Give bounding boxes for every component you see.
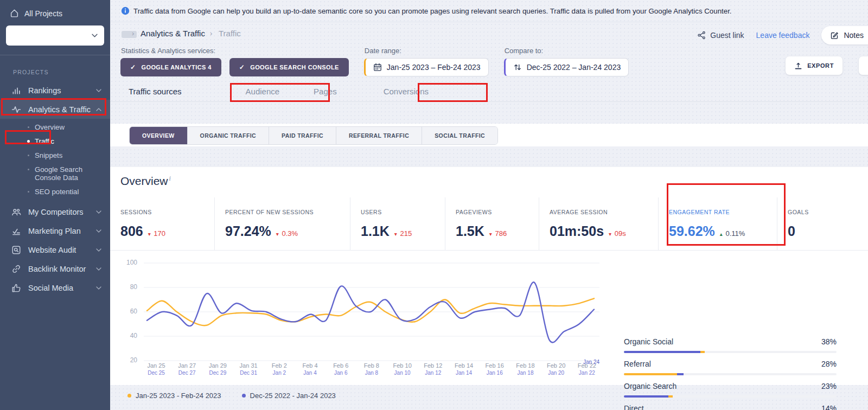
x-tick-current: Feb 10 [390,362,415,369]
tab-conversions[interactable]: Conversions [384,87,429,96]
metric-value: 59.62% [669,223,715,239]
x-tick-current: Feb 16 [482,362,507,369]
service-button-google-analytics-4[interactable]: ✓GOOGLE ANALYTICS 4 [120,58,221,76]
date-range-button[interactable]: Jan-25 2023 – Feb-24 2023 [364,58,489,76]
breadcrumb-parent[interactable]: Analytics & Traffic [141,29,205,38]
chevron-down-icon [96,210,101,214]
notes-button[interactable]: Notes [821,26,868,44]
legend-label: Jan-25 2023 - Feb-24 2023 [136,392,221,400]
x-tick-compare: Dec 29 [205,369,230,376]
compare-label: Compare to: [505,47,629,55]
share-icon [697,31,706,40]
metric-label: SESSIONS [120,209,214,215]
x-tick: Feb 20Jan 20 [544,362,569,376]
sidebar-item-social-media[interactable]: Social Media [0,278,110,297]
date-range-group: Date range: Jan-25 2023 – Feb-24 2023 [364,47,489,76]
metric-average-session: AVERAGE SESSION01m:50s▾ 09s [539,197,658,250]
tab-audience[interactable]: Audience [246,87,280,96]
subtab-social-traffic[interactable]: SOCIAL TRAFFIC [422,127,497,144]
metric-users: USERS1.1K▾ 215 [350,197,445,250]
service-label: GOOGLE SEARCH CONSOLE [250,64,339,71]
legend-dot-icon [127,394,131,398]
x-tick-compare: Dec 25 [144,369,169,376]
share-bar-segment [624,373,677,375]
sidebar-item-marketing-plan[interactable]: Marketing Plan [0,221,110,240]
x-axis-ticks: Jan 25Dec 25Jan 27Dec 27Jan 29Dec 29Jan … [144,362,599,376]
x-tick-current: Feb 8 [359,362,384,369]
x-tick-compare: Jan 18 [513,369,538,376]
all-projects-link[interactable]: All Projects [0,0,110,22]
toolbar-actions: Guest link Leave feedback Notes [697,26,868,44]
x-tick-compare: Jan 6 [328,369,353,376]
x-tick-compare: Jan 4 [298,369,323,376]
info-banner-text: Traffic data from Google can help you bu… [133,7,732,15]
guest-link-button[interactable]: Guest link [697,31,744,40]
service-button-google-search-console[interactable]: ✓GOOGLE SEARCH CONSOLE [229,58,349,76]
legend-dot-icon [242,394,246,398]
subtab-paid-traffic[interactable]: PAID TRAFFIC [269,127,336,144]
x-tick: Feb 18Jan 18 [513,362,538,376]
share-bar-segment [677,373,684,375]
export-button[interactable]: EXPORT [786,56,843,75]
overview-card: Overviewi SESSIONS806▾ 170PERCENT OF NEW… [110,167,868,385]
x-tick-current: Feb 6 [328,362,353,369]
traffic-subtabs: OVERVIEWORGANIC TRAFFICPAID TRAFFICREFER… [129,126,498,145]
subtab-overview[interactable]: OVERVIEW [130,127,187,144]
x-tick-compare: Jan 8 [359,369,384,376]
sidebar-item-website-audit[interactable]: Website Audit [0,240,110,259]
metric-value: 0 [788,223,795,239]
sidebar-subitem-traffic[interactable]: Traffic [0,134,103,149]
share-percent: 28% [821,358,837,369]
sidebar-subitem-overview[interactable]: Overview [0,120,103,134]
leave-feedback-link[interactable]: Leave feedback [756,31,810,40]
metric-label: PAGEVIEWS [456,209,539,215]
cut-off-button[interactable] [859,56,868,75]
x-tick-current: Jan 31 [236,362,261,369]
metrics-row: SESSIONS806▾ 170PERCENT OF NEW SESSIONS9… [110,197,868,251]
x-tick-current: Feb 20 [544,362,569,369]
metric-value: 1.1K [361,223,390,239]
chevron-down-icon [96,229,101,233]
metric-delta: ▾ 0.3% [276,229,298,238]
tab-pages[interactable]: Pages [314,87,337,96]
x-tick: Feb 12Jan 12 [420,362,445,376]
info-icon [121,7,130,15]
x-axis-end-label: Jan 24 [583,359,599,365]
all-projects-label: All Projects [24,9,62,18]
x-tick: Feb 4Jan 4 [298,362,323,376]
sidebar-subitem-seo-potential[interactable]: SEO potential [0,185,103,199]
tab-traffic-sources[interactable]: Traffic sources [129,87,182,96]
metric-delta: ▾ 09s [609,229,626,238]
x-tick: Feb 14Jan 14 [451,362,476,376]
sidebar-item-my-competitors[interactable]: My Competitors [0,202,110,221]
check-icon: ✓ [239,63,245,71]
sidebar-subitems: OverviewTrafficSnippetsGoogle Search Con… [0,119,110,202]
sidebar-item-label: Website Audit [28,246,96,254]
sidebar-subitem-google-search-console-data[interactable]: Google Search Console Data [0,163,103,185]
y-axis-label: 80 [121,283,137,291]
chevron-down-icon [96,286,101,290]
subtab-referral-traffic[interactable]: REFERRAL TRAFFIC [336,127,422,144]
y-axis-label: 20 [121,356,137,364]
sidebar-item-rankings[interactable]: Rankings [0,81,110,100]
metric-value: 01m:50s [550,223,604,239]
controls-row: Statistics & Analytics services: ✓GOOGLE… [110,46,868,79]
sidebar-subitem-snippets[interactable]: Snippets [0,149,103,163]
sidebar-item-label: Social Media [28,284,96,292]
sidebar-item-analytics-traffic[interactable]: Analytics & Traffic [0,100,110,119]
metric-value: 806 [120,223,143,239]
bottom-strip: Jan-25 2023 - Feb-24 2023Dec-25 2022 - J… [110,385,868,410]
project-selector[interactable] [6,25,104,46]
compare-range-button[interactable]: Dec-25 2022 – Jan-24 2023 [504,58,629,76]
breadcrumb-project-thumbnail[interactable] [122,31,137,38]
backlink-monitor-icon [11,264,21,274]
x-tick-current: Feb 12 [420,362,445,369]
subtab-organic-traffic[interactable]: ORGANIC TRAFFIC [187,127,269,144]
note-edit-icon [830,31,839,40]
legend-label: Dec-25 2022 - Jan-24 2023 [250,392,336,400]
sidebar-item-backlink-monitor[interactable]: Backlink Monitor [0,259,110,278]
sidebar-item-label: Marketing Plan [28,227,96,235]
metric-delta: ▴ 0.11% [720,229,745,238]
chevron-down-icon [92,34,98,37]
services-label: Statistics & Analytics services: [121,47,349,55]
